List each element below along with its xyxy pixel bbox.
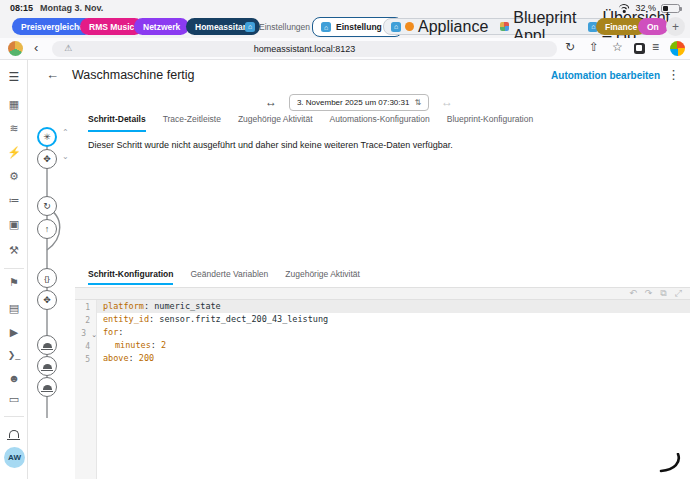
tab-blueprint-konfiguration[interactable]: Blueprint-Konfiguration: [447, 114, 533, 132]
line-number: 2: [85, 316, 90, 325]
logbook-icon[interactable]: ≔: [0, 194, 28, 207]
step-details-message: Dieser Schritt wurde nicht ausgeführt un…: [88, 140, 648, 150]
trace-nav: ↔ 3. November 2025 um 07:30:31 ⇅ ↔: [28, 90, 690, 114]
tab-appliance[interactable]: Appliance: [418, 18, 488, 36]
prev-trace-icon[interactable]: ↔: [265, 95, 277, 109]
play-box-icon[interactable]: ▶: [0, 326, 28, 339]
sidebar-menu-icon[interactable]: ☰: [0, 70, 28, 84]
undo-icon[interactable]: ↶: [629, 288, 637, 299]
ipad-screen: 08:15 Montag 3. Nov. 32 % Preisvergleich…: [0, 0, 690, 479]
browser-menu-icon[interactable]: ≡: [652, 40, 659, 54]
avatar[interactable]: AW: [4, 447, 25, 468]
overflow-menu-icon[interactable]: ⋮: [667, 67, 680, 82]
editor-gutter: 1 2 3 ⌄ 4 5: [75, 300, 97, 479]
fullscreen-icon[interactable]: ⤢: [675, 288, 682, 299]
browser-back-icon[interactable]: ‹: [34, 40, 38, 55]
service-call-icon: [43, 364, 52, 369]
trace-node-service-call[interactable]: [37, 377, 57, 397]
line-number: 1: [85, 303, 90, 312]
page-title: Waschmaschine fertig: [72, 68, 195, 82]
vacuum-icon[interactable]: ⚙: [0, 170, 28, 183]
trace-node-repeat[interactable]: ↻: [37, 196, 57, 216]
detail-tabs: Schritt-Details Trace-Zeitleiste Zugehör…: [88, 114, 678, 132]
tab-schritt-details[interactable]: Schritt-Details: [88, 114, 146, 132]
tab-trace-zeitleiste[interactable]: Trace-Zeitleiste: [163, 114, 221, 132]
trace-graph: ✳ ✥ ↻ ↑ {} ✥ ⌃ ⌄: [28, 112, 76, 442]
copy-icon[interactable]: ⧉: [660, 288, 666, 299]
back-arrow-icon[interactable]: ←: [46, 67, 59, 82]
tab-group-on[interactable]: On: [638, 18, 668, 35]
trace-node-wait-template[interactable]: {}: [37, 268, 57, 288]
line-number: 4: [85, 342, 90, 351]
trace-node-service-call[interactable]: [37, 356, 57, 376]
url-field[interactable]: ⚠ homeassistant.local:8123: [52, 41, 557, 57]
printer-icon[interactable]: ▤: [0, 302, 28, 315]
tab-zugehoerige-aktivitaet[interactable]: Zugehörige Aktivität: [238, 114, 313, 132]
tools-icon[interactable]: ⚒: [0, 244, 28, 257]
config-tabs: Schritt-Konfiguration Geänderte Variable…: [88, 269, 360, 285]
code-line: minutes: 2: [97, 339, 690, 352]
editor-toolbar: ↶ ↷ ⧉ ⤢: [75, 287, 690, 300]
terminal-icon[interactable]: ❯_: [0, 350, 28, 360]
favorite-star-icon[interactable]: ☆: [612, 40, 623, 54]
trace-node-trigger[interactable]: ✳: [37, 127, 57, 147]
ha-sidebar: ☰ ▦ ≋ ⚡ ⚙ ≔ ▣ ⚒ ⚑ ▤ ▶ ❯_ ☻ ▭ AW: [0, 60, 28, 479]
media-icon[interactable]: ▣: [0, 218, 28, 231]
clock: 08:15: [10, 3, 33, 13]
account-icon[interactable]: ☻: [0, 372, 28, 384]
trace-timestamp: 3. November 2025 um 07:30:31: [297, 98, 410, 107]
code-line: for:: [97, 326, 690, 339]
reload-icon[interactable]: ↻: [565, 40, 575, 54]
date: Montag 3. Nov.: [40, 3, 103, 13]
scribble-handle[interactable]: [658, 453, 682, 473]
notifications-bell-icon[interactable]: [9, 430, 19, 438]
tab-einstellungen-prev[interactable]: ⌂ Einstellungen –: [245, 18, 317, 35]
new-tab-button[interactable]: +: [666, 17, 685, 36]
ha-header: ← Waschmaschine fertig Automation bearbe…: [28, 60, 690, 90]
edit-automation-link[interactable]: Automation bearbeiten: [551, 70, 660, 81]
code-line: entity_id: sensor.fritz_dect_200_43_leis…: [97, 313, 690, 326]
trace-node-choose[interactable]: ✥: [37, 290, 57, 310]
tab-zugehoerige-aktivitaet-2[interactable]: Zugehörige Aktivität: [285, 269, 360, 285]
tab-automations-konfiguration[interactable]: Automations-Konfiguration: [330, 114, 430, 132]
share-icon[interactable]: ⇧: [589, 40, 599, 54]
next-trace-icon[interactable]: ↔: [441, 95, 453, 109]
trace-node-stop[interactable]: ↑: [37, 219, 57, 239]
trace-node-condition[interactable]: ✥: [37, 149, 57, 169]
photo-icon[interactable]: ▭: [0, 393, 28, 406]
redo-icon[interactable]: ↷: [645, 288, 653, 299]
home-assistant-icon: ⌂: [391, 22, 401, 32]
not-secure-warning-icon: ⚠: [64, 43, 72, 53]
copilot-icon[interactable]: [670, 41, 685, 56]
status-bar: 08:15 Montag 3. Nov. 32 %: [0, 0, 690, 16]
code-line: platform: numeric_state: [97, 300, 690, 313]
tab-group-netzwerk[interactable]: Netzwerk: [134, 18, 189, 35]
tab-geaenderte-variablen[interactable]: Geänderte Variablen: [190, 269, 268, 285]
home-assistant-icon: ⌂: [245, 22, 255, 32]
tab-schritt-konfiguration[interactable]: Schritt-Konfiguration: [88, 269, 173, 285]
yaml-editor[interactable]: platform: numeric_state entity_id: senso…: [97, 300, 690, 479]
home-assistant-icon: ⌂: [321, 22, 331, 32]
line-number: 3: [81, 329, 86, 338]
url-text: homeassistant.local:8123: [254, 44, 356, 54]
address-bar: ‹ ⚠ homeassistant.local:8123 ↻ ⇧ ☆ ≡: [0, 38, 690, 60]
appliance-favicon: [405, 22, 414, 31]
flag-icon[interactable]: ⚑: [0, 276, 28, 289]
service-call-icon: [43, 385, 52, 390]
blueprint-favicon: [500, 22, 509, 31]
waves-icon[interactable]: ≋: [0, 122, 28, 135]
line-number: 5: [85, 355, 90, 364]
browser-tab-strip: Preisvergleiche RMS Music Netzwerk Homea…: [0, 16, 690, 38]
service-call-icon: [43, 343, 52, 348]
trace-select[interactable]: 3. November 2025 um 07:30:31 ⇅: [289, 94, 429, 111]
collections-icon[interactable]: [634, 43, 645, 54]
code-line: above: 200: [97, 352, 690, 365]
collapse-up-icon[interactable]: ⌃: [62, 128, 69, 137]
collapse-down-icon[interactable]: ⌄: [62, 152, 69, 161]
site-favicon[interactable]: [8, 41, 23, 56]
energy-icon[interactable]: ⚡: [0, 146, 28, 159]
select-updown-icon: ⇅: [414, 98, 421, 107]
dashboard-icon[interactable]: ▦: [0, 98, 28, 111]
trace-node-service-call[interactable]: [37, 335, 57, 355]
